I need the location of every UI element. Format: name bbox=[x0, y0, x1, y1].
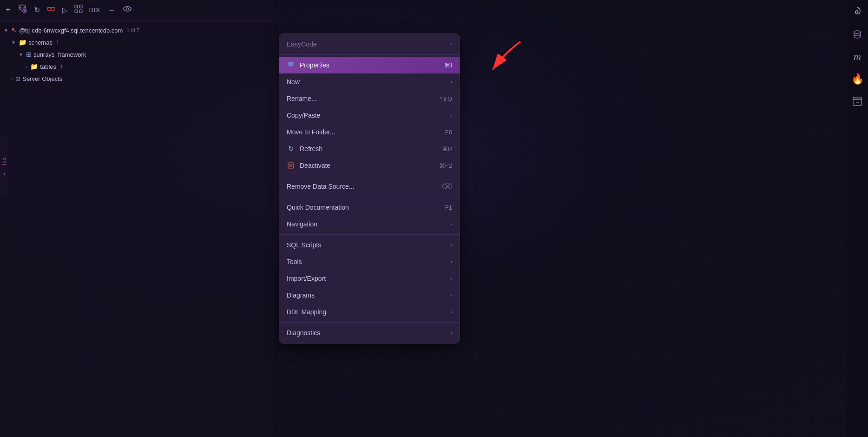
database-right-icon[interactable] bbox=[849, 26, 866, 43]
move-to-folder-shortcut: F6 bbox=[445, 129, 452, 136]
separator-3 bbox=[279, 197, 460, 197]
deactivate-icon bbox=[287, 161, 295, 170]
database-settings-icon[interactable] bbox=[17, 4, 27, 16]
menu-item-deactivate[interactable]: Deactivate ⌘F2 bbox=[279, 157, 460, 174]
eye-preview-icon[interactable] bbox=[122, 5, 132, 15]
left-collapse-chevron[interactable]: ‹ bbox=[3, 170, 6, 177]
menu-item-ddl-mapping[interactable]: DDL Mapping › bbox=[279, 304, 460, 320]
spiral-icon[interactable] bbox=[849, 4, 866, 20]
tools-arrow-icon: › bbox=[450, 258, 452, 265]
svg-rect-5 bbox=[75, 5, 78, 8]
move-to-folder-label: Move to Folder... bbox=[287, 128, 335, 136]
menu-item-quick-documentation[interactable]: Quick Documentation F1 bbox=[279, 199, 460, 216]
refresh-icon[interactable]: ↻ bbox=[34, 6, 40, 14]
menu-item-remove-data-source[interactable]: Remove Data Source... ⌫ bbox=[279, 178, 460, 195]
db-icon: ⊞ bbox=[26, 51, 32, 58]
svg-rect-7 bbox=[75, 10, 78, 13]
import-export-label: Import/Export bbox=[287, 275, 326, 282]
database-label: sunrays_framework bbox=[33, 51, 86, 58]
expand-chevron-server: › bbox=[11, 76, 13, 81]
archive-box-icon[interactable] bbox=[849, 93, 866, 110]
server-icon: ⊞ bbox=[15, 75, 20, 82]
tables-item[interactable]: › 📁 tables 1 bbox=[0, 60, 274, 73]
right-icons-panel: m 🔥 bbox=[847, 0, 868, 437]
svg-point-9 bbox=[124, 7, 131, 11]
ddl-label[interactable]: DDL bbox=[89, 7, 102, 13]
server-objects-item[interactable]: › ⊞ Server Objects bbox=[0, 73, 274, 85]
tree-content: ▼ ↖ @bj-cdb-6nwcxgf4.sql.tencentcdb.com … bbox=[0, 20, 274, 88]
back-arrow-icon[interactable]: ← bbox=[108, 6, 116, 14]
diagnostics-label: Diagnostics bbox=[287, 329, 320, 337]
remove-shortcut: ⌫ bbox=[441, 182, 452, 191]
menu-item-move-to-folder[interactable]: Move to Folder... F6 bbox=[279, 124, 460, 140]
schemas-item[interactable]: ▼ 📁 schemas 1 bbox=[0, 36, 274, 48]
svg-point-10 bbox=[126, 8, 129, 10]
import-export-arrow-icon: › bbox=[450, 275, 452, 282]
expand-chevron-schemas: ▼ bbox=[11, 40, 16, 45]
expand-chevron-db: ▼ bbox=[19, 52, 23, 57]
remove-data-source-label: Remove Data Source... bbox=[287, 183, 355, 190]
quick-documentation-shortcut: F1 bbox=[445, 204, 452, 211]
ddl-mapping-label: DDL Mapping bbox=[287, 308, 326, 316]
menu-item-import-export[interactable]: Import/Export › bbox=[279, 270, 460, 287]
tree-panel: + ↻ ▷ DDL ← bbox=[0, 0, 274, 437]
easycode-label: EasyCode bbox=[287, 40, 317, 48]
connection-badge: 1 of 7 bbox=[126, 27, 139, 33]
refresh-label: Refresh bbox=[300, 145, 322, 152]
left-edge-text: cd| bbox=[2, 158, 7, 166]
diagnostics-arrow-icon: › bbox=[450, 330, 452, 336]
properties-db-icon bbox=[287, 61, 295, 69]
deactivate-shortcut: ⌘F2 bbox=[439, 162, 452, 169]
folder-icon-tables: 📁 bbox=[30, 63, 38, 70]
quick-documentation-label: Quick Documentation bbox=[287, 204, 349, 211]
expand-chevron-tables: › bbox=[26, 64, 27, 69]
connection-label: @bj-cdb-6nwcxgf4.sql.tencentcdb.com bbox=[19, 27, 123, 34]
schemas-label: schemas bbox=[28, 39, 53, 46]
separator-5 bbox=[279, 322, 460, 323]
separator-4 bbox=[279, 234, 460, 235]
new-label: New bbox=[287, 78, 300, 86]
refresh-shortcut: ⌘R bbox=[442, 146, 452, 152]
cursor-icon: ↖ bbox=[11, 26, 17, 34]
diagrams-arrow-icon: › bbox=[450, 292, 452, 298]
rename-label: Rename... bbox=[287, 95, 317, 102]
connection-item[interactable]: ▼ ↖ @bj-cdb-6nwcxgf4.sql.tencentcdb.com … bbox=[0, 24, 274, 36]
sql-scripts-arrow-icon: › bbox=[450, 242, 452, 248]
refresh-menu-icon: ↻ bbox=[287, 145, 295, 153]
menu-item-new[interactable]: New › bbox=[279, 73, 460, 90]
console-icon[interactable]: ▷ bbox=[62, 6, 68, 14]
menu-item-diagnostics[interactable]: Diagnostics › bbox=[279, 324, 460, 341]
copy-paste-arrow-icon: › bbox=[450, 112, 452, 119]
database-item[interactable]: ▼ ⊞ sunrays_framework bbox=[0, 48, 274, 60]
rename-shortcut: ^⇧Q bbox=[440, 95, 452, 102]
deactivate-label: Deactivate bbox=[300, 162, 330, 169]
menu-item-navigation[interactable]: Navigation › bbox=[279, 216, 460, 232]
diagrams-label: Diagrams bbox=[287, 291, 315, 299]
tables-label: tables bbox=[40, 63, 56, 70]
flame-icon[interactable]: 🔥 bbox=[849, 71, 866, 87]
add-icon[interactable]: + bbox=[6, 5, 11, 15]
menu-item-sql-scripts[interactable]: SQL Scripts › bbox=[279, 237, 460, 253]
tables-badge: 1 bbox=[60, 64, 63, 69]
disconnect-icon[interactable] bbox=[46, 4, 56, 16]
red-arrow-indicator bbox=[469, 37, 525, 84]
left-edge-panel: cd| ‹ bbox=[0, 137, 9, 198]
easycode-arrow-icon: › bbox=[450, 41, 452, 47]
letter-m-icon[interactable]: m bbox=[849, 48, 866, 65]
separator-1 bbox=[279, 54, 460, 55]
menu-item-rename[interactable]: Rename... ^⇧Q bbox=[279, 90, 460, 107]
menu-item-easycode[interactable]: EasyCode › bbox=[279, 36, 460, 53]
menu-item-properties[interactable]: Properties ⌘I bbox=[279, 57, 460, 73]
svg-point-14 bbox=[854, 31, 861, 33]
grid-icon[interactable] bbox=[74, 5, 83, 15]
properties-shortcut: ⌘I bbox=[444, 62, 452, 69]
menu-item-tools[interactable]: Tools › bbox=[279, 253, 460, 270]
menu-item-refresh[interactable]: ↻ Refresh ⌘R bbox=[279, 140, 460, 157]
expand-chevron-connection: ▼ bbox=[4, 28, 8, 33]
menu-item-copy-paste[interactable]: Copy/Paste › bbox=[279, 107, 460, 124]
new-arrow-icon: › bbox=[450, 79, 452, 85]
context-menu: EasyCode › Properties ⌘I New › Rename... bbox=[279, 33, 460, 344]
svg-point-2 bbox=[19, 5, 26, 8]
menu-item-diagrams[interactable]: Diagrams › bbox=[279, 287, 460, 304]
ddl-mapping-arrow-icon: › bbox=[450, 309, 452, 315]
